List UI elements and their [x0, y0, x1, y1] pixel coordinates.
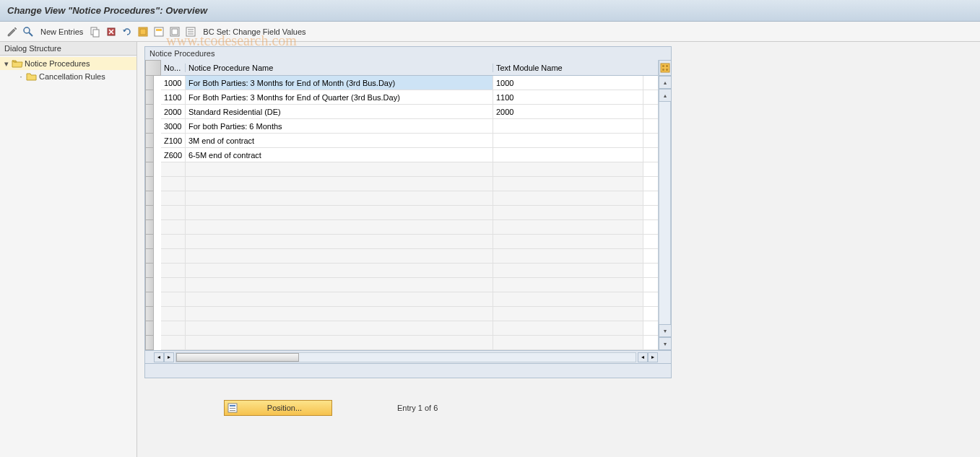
cell-name[interactable]: 3M end of contract: [186, 134, 493, 147]
cell-name[interactable]: Standard Residential (DE): [186, 105, 493, 118]
bc-set-button[interactable]: BC Set: Change Field Values: [200, 27, 308, 36]
hscroll-thumb[interactable]: [176, 353, 299, 362]
table-row[interactable]: 1100For Both Parties: 3 Months for End o…: [161, 90, 658, 105]
cell-text-module[interactable]: 2000: [493, 105, 643, 118]
table-settings-icon[interactable]: [659, 60, 672, 76]
cell-number[interactable]: 3000: [161, 119, 186, 133]
scroll-top-icon[interactable]: ▴: [659, 76, 672, 89]
cell-number[interactable]: 1000: [161, 76, 186, 90]
table-row[interactable]: [161, 307, 658, 321]
configuration-help-icon[interactable]: [184, 25, 197, 38]
delete-icon[interactable]: [105, 25, 118, 38]
table-row[interactable]: [161, 278, 658, 292]
col-header-name[interactable]: Notice Procedure Name: [186, 64, 493, 72]
cell-number[interactable]: [161, 307, 186, 321]
row-selector[interactable]: [145, 307, 154, 321]
cell-name[interactable]: [186, 278, 493, 292]
cell-name[interactable]: [186, 307, 493, 321]
cell-text-module[interactable]: [493, 321, 643, 335]
row-selector[interactable]: [145, 336, 154, 350]
table-row[interactable]: 3000For both Parties: 6 Months: [161, 119, 658, 134]
cell-text-module[interactable]: [493, 148, 643, 162]
cell-text-module[interactable]: [493, 292, 643, 306]
scroll-bottom-icon[interactable]: ▾: [659, 337, 672, 350]
toggle-display-change-icon[interactable]: [6, 25, 19, 38]
row-selector[interactable]: [145, 235, 154, 249]
row-selector[interactable]: [145, 90, 154, 105]
other-entry-icon[interactable]: [22, 25, 35, 38]
cell-name[interactable]: [186, 162, 493, 176]
cell-number[interactable]: [161, 220, 186, 234]
table-row[interactable]: [161, 264, 658, 278]
table-row[interactable]: [161, 220, 658, 235]
row-selector[interactable]: [145, 292, 154, 307]
table-row[interactable]: [161, 336, 658, 350]
table-row[interactable]: 2000Standard Residential (DE)2000: [161, 105, 658, 119]
row-selector[interactable]: [145, 162, 154, 177]
row-selector[interactable]: [145, 148, 154, 162]
cell-number[interactable]: [161, 235, 186, 248]
row-selector[interactable]: [145, 119, 154, 134]
hscroll-track[interactable]: [175, 352, 636, 362]
cell-text-module[interactable]: [493, 264, 643, 277]
table-row[interactable]: [161, 162, 658, 177]
cell-name[interactable]: [186, 264, 493, 277]
select-all-icon[interactable]: [136, 25, 149, 38]
scroll-down-icon[interactable]: ▾: [659, 324, 672, 337]
col-header-text-module[interactable]: Text Module Name: [493, 64, 643, 72]
select-all-rows[interactable]: [145, 60, 161, 76]
cell-text-module[interactable]: [493, 134, 643, 147]
copy-as-icon[interactable]: [89, 25, 102, 38]
cell-number[interactable]: [161, 321, 186, 335]
row-selector[interactable]: [145, 264, 154, 278]
hscroll-right-icon[interactable]: ◂: [638, 352, 648, 362]
position-button[interactable]: Position...: [224, 400, 332, 416]
cell-text-module[interactable]: 1100: [493, 90, 643, 104]
select-block-icon[interactable]: [152, 25, 165, 38]
new-entries-button[interactable]: New Entries: [38, 27, 86, 36]
row-selector[interactable]: [145, 321, 154, 336]
table-row[interactable]: [161, 249, 658, 264]
cell-text-module[interactable]: [493, 336, 643, 349]
cell-name[interactable]: For Both Parties: 3 Months for End of Mo…: [186, 76, 493, 90]
cell-number[interactable]: [161, 177, 186, 191]
cell-number[interactable]: Z100: [161, 134, 186, 147]
row-selector[interactable]: [145, 177, 154, 191]
cell-name[interactable]: [186, 292, 493, 306]
scroll-up-icon[interactable]: ▴: [659, 89, 672, 102]
hscroll-left2-icon[interactable]: ▸: [164, 352, 174, 362]
cell-number[interactable]: [161, 292, 186, 306]
cell-text-module[interactable]: [493, 206, 643, 219]
cell-number[interactable]: [161, 191, 186, 205]
cell-text-module[interactable]: [493, 191, 643, 205]
row-selector[interactable]: [145, 191, 154, 206]
row-selector[interactable]: [145, 220, 154, 235]
table-row[interactable]: Z6006-5M end of contract: [161, 148, 658, 162]
cell-name[interactable]: [186, 249, 493, 263]
table-row[interactable]: Z1003M end of contract: [161, 134, 658, 148]
cell-text-module[interactable]: [493, 220, 643, 234]
table-row[interactable]: [161, 321, 658, 336]
cell-text-module[interactable]: [493, 235, 643, 248]
scroll-track[interactable]: [659, 102, 671, 324]
row-selector[interactable]: [145, 76, 154, 90]
row-selector[interactable]: [145, 249, 154, 264]
cell-number[interactable]: [161, 278, 186, 292]
cell-number[interactable]: [161, 206, 186, 219]
cell-number[interactable]: [161, 249, 186, 263]
row-selector[interactable]: [145, 134, 154, 148]
table-row[interactable]: [161, 191, 658, 206]
cell-name[interactable]: [186, 235, 493, 248]
deselect-all-icon[interactable]: [168, 25, 181, 38]
table-row[interactable]: [161, 177, 658, 191]
table-row[interactable]: [161, 235, 658, 249]
cell-text-module[interactable]: [493, 177, 643, 191]
row-selector[interactable]: [145, 105, 154, 119]
tree-item-notice-procedures[interactable]: ▾ Notice Procedures: [0, 57, 136, 70]
cell-name[interactable]: [186, 206, 493, 219]
cell-name[interactable]: For both Parties: 6 Months: [186, 119, 493, 133]
hscroll-left-icon[interactable]: ◂: [154, 352, 164, 362]
cell-text-module[interactable]: [493, 278, 643, 292]
cell-text-module[interactable]: [493, 162, 643, 176]
table-row[interactable]: 1000For Both Parties: 3 Months for End o…: [161, 76, 658, 90]
